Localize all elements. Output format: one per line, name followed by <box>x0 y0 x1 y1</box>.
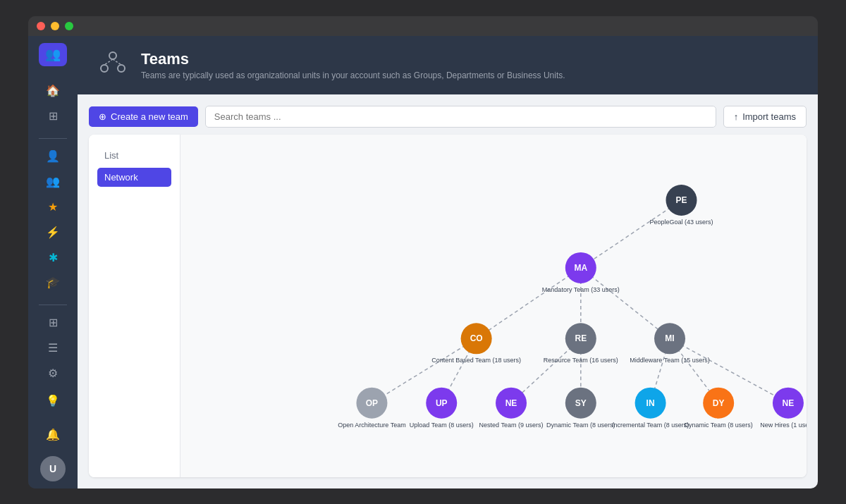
left-navigation: List Network <box>89 135 180 477</box>
svg-text:IN: IN <box>646 398 655 407</box>
sidebar-item-bulb[interactable]: 💡 <box>40 388 66 414</box>
node-IN[interactable]: INIncremental Team (8 users) <box>612 387 689 428</box>
svg-line-8 <box>581 267 670 338</box>
app-window: 👥 🏠 ⊞ 👤 👥 ★ ⚡ ✱ 🎓 ⊞ ☰ ⚙ 💡 🔔 U <box>28 16 818 488</box>
sidebar-item-home[interactable]: 🏠 <box>40 80 66 102</box>
toolbar: ⊕ Create a new team ↑ Import teams <box>89 106 807 128</box>
svg-text:Middleware Team (15 users): Middleware Team (15 users) <box>630 357 709 364</box>
svg-text:New Hires (1 users): New Hires (1 users) <box>760 421 807 428</box>
sidebar-item-gear[interactable]: ⚙ <box>40 363 66 384</box>
svg-text:CO: CO <box>470 333 483 343</box>
sidebar-item-users-red[interactable]: 👤 <box>40 145 66 166</box>
create-icon: ⊕ <box>99 111 106 122</box>
header-text: Teams Teams are typically used as organi… <box>141 50 565 80</box>
sidebar-item-bell[interactable]: 🔔 <box>40 422 66 448</box>
svg-text:UP: UP <box>436 398 448 407</box>
sidebar: 👥 🏠 ⊞ 👤 👥 ★ ⚡ ✱ 🎓 ⊞ ☰ ⚙ 💡 🔔 U <box>28 36 78 488</box>
node-NE2[interactable]: NENew Hires (1 users) <box>760 387 807 428</box>
sidebar-item-star[interactable]: ★ <box>40 196 66 217</box>
svg-text:PE: PE <box>675 195 687 205</box>
logo-icon: 👥 <box>45 47 61 62</box>
svg-text:PeopleGoal (43 users): PeopleGoal (43 users) <box>649 219 713 226</box>
svg-line-3 <box>104 59 113 65</box>
svg-line-5 <box>581 200 682 268</box>
create-team-button[interactable]: ⊕ Create a new team <box>89 106 198 127</box>
svg-text:MA: MA <box>574 262 587 272</box>
node-RE[interactable]: REResource Team (16 users) <box>544 323 618 364</box>
sidebar-item-academic[interactable]: 🎓 <box>40 272 66 293</box>
maximize-button[interactable] <box>65 22 73 30</box>
svg-text:NE: NE <box>783 398 795 407</box>
svg-text:Dynamic Team (8 users): Dynamic Team (8 users) <box>546 421 615 428</box>
svg-text:Open Architecture Team: Open Architecture Team <box>338 421 405 428</box>
svg-text:Resource Team (16 users): Resource Team (16 users) <box>544 357 618 364</box>
sidebar-item-asterisk[interactable]: ✱ <box>40 247 66 268</box>
import-label: Import teams <box>742 111 796 122</box>
svg-text:RE: RE <box>575 333 587 343</box>
close-button[interactable] <box>37 22 45 30</box>
node-CO[interactable]: COContent Based Team (18 users) <box>431 323 521 364</box>
node-PE[interactable]: PEPeopleGoal (43 users) <box>649 185 713 226</box>
page-header: Teams Teams are typically used as organi… <box>78 36 818 94</box>
node-MI[interactable]: MIMiddleware Team (15 users) <box>630 323 709 364</box>
sidebar-divider-2 <box>39 305 67 305</box>
page-description: Teams are typically used as organization… <box>141 70 565 80</box>
main-panel: List Network PEPeopleGoal (43 users)MAMa… <box>89 135 807 477</box>
nav-item-network[interactable]: Network <box>97 168 171 187</box>
svg-text:Dynamic Team (8 users): Dynamic Team (8 users) <box>684 421 752 428</box>
svg-text:MI: MI <box>665 333 674 343</box>
search-input[interactable] <box>205 106 716 128</box>
svg-text:Nested Team (9 users): Nested Team (9 users) <box>479 421 544 428</box>
network-graph: PEPeopleGoal (43 users)MAMandatory Team … <box>180 135 807 477</box>
svg-point-1 <box>101 65 108 72</box>
import-icon: ↑ <box>734 111 739 122</box>
title-bar <box>28 16 818 36</box>
sidebar-item-grid[interactable]: ⊞ <box>40 106 66 127</box>
svg-text:OP: OP <box>366 398 378 407</box>
node-NE[interactable]: NENested Team (9 users) <box>479 387 544 428</box>
svg-point-0 <box>109 52 116 59</box>
svg-line-9 <box>372 338 476 402</box>
sidebar-item-users-green[interactable]: 👥 <box>40 171 66 192</box>
network-view: PEPeopleGoal (43 users)MAMandatory Team … <box>180 135 807 477</box>
svg-line-4 <box>113 59 121 65</box>
main-content: Teams Teams are typically used as organi… <box>78 36 818 488</box>
sidebar-item-grid2[interactable]: ⊞ <box>40 312 66 333</box>
node-OP[interactable]: OPOpen Architecture Team <box>338 387 405 428</box>
svg-text:Incremental Team (8 users): Incremental Team (8 users) <box>612 421 689 428</box>
svg-text:Content Based Team (18 users): Content Based Team (18 users) <box>431 357 521 364</box>
node-SY[interactable]: SYDynamic Team (8 users) <box>546 387 615 428</box>
import-teams-button[interactable]: ↑ Import teams <box>723 106 807 128</box>
page-title: Teams <box>141 50 565 68</box>
svg-text:DY: DY <box>713 398 725 407</box>
svg-text:Upload Team (8 users): Upload Team (8 users) <box>410 421 474 428</box>
teams-icon <box>99 49 127 82</box>
minimize-button[interactable] <box>51 22 59 30</box>
node-UP[interactable]: UPUpload Team (8 users) <box>410 387 474 428</box>
user-avatar[interactable]: U <box>40 456 66 481</box>
svg-text:Mandatory Team (33 users): Mandatory Team (33 users) <box>542 285 620 293</box>
content-area: ⊕ Create a new team ↑ Import teams List … <box>78 94 818 488</box>
svg-text:SY: SY <box>575 398 587 407</box>
create-label: Create a new team <box>111 111 188 122</box>
nav-item-list[interactable]: List <box>97 146 171 165</box>
sidebar-item-table[interactable]: ☰ <box>40 338 66 359</box>
node-MA[interactable]: MAMandatory Team (33 users) <box>542 252 620 293</box>
svg-line-6 <box>477 267 581 338</box>
sidebar-logo[interactable]: 👥 <box>39 43 67 66</box>
node-DY[interactable]: DYDynamic Team (8 users) <box>684 387 752 428</box>
sidebar-divider-1 <box>39 138 67 139</box>
svg-text:NE: NE <box>505 398 517 407</box>
svg-point-2 <box>118 65 125 72</box>
sidebar-item-bolt[interactable]: ⚡ <box>40 221 66 242</box>
